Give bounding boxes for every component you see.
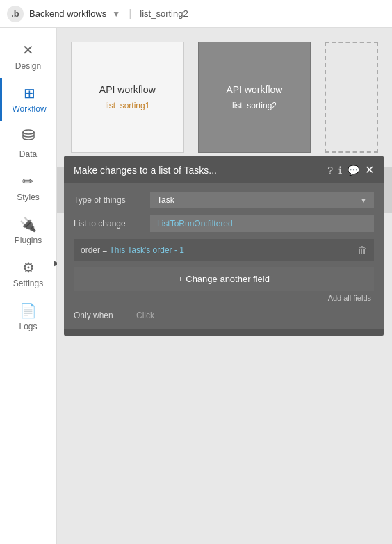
modal: Make changes to a list of Tasks... ? ℹ 💬… [64,156,384,336]
list-row: List to change ListToRunOn:filtered [74,215,374,232]
list-label: List to change [74,219,143,229]
data-icon [21,128,36,147]
modal-icons: ? ℹ 💬 ✕ [327,163,374,176]
workflow-card-dashed [325,42,378,153]
type-dropdown-arrow: ▼ [360,197,367,204]
workflow-icon: ⊞ [24,85,35,101]
only-when-label: Only when [74,311,129,320]
sidebar-label-plugins: Plugins [15,236,42,245]
field-row-content: order = This Task's order - 1 [81,245,184,255]
content-area: API workflow list_sorting1 API workflow … [57,28,392,544]
separator: | [129,8,131,20]
type-label: Type of things [74,195,143,205]
sidebar-item-plugins[interactable]: 🔌 Plugins [0,209,56,252]
sidebar-item-design[interactable]: ✕ Design [0,35,56,78]
sidebar-item-data[interactable]: Data [0,121,56,166]
modal-body: Type of things Task ▼ List to change Lis… [64,183,384,329]
type-row: Type of things Task ▼ [74,192,374,208]
comment-icon[interactable]: 💬 [348,165,359,176]
sidebar-item-styles[interactable]: ✏ Styles [0,166,56,209]
settings-icon: ⚙ [22,259,35,276]
app-dropdown[interactable]: ▼ [112,9,120,19]
only-when-input[interactable]: Click [136,311,154,320]
workflow-card-1-title: API workflow [99,84,156,95]
svg-point-0 [23,130,34,134]
sidebar-label-styles: Styles [17,192,40,202]
field-name: order [81,245,100,255]
sidebar-item-workflow[interactable]: ⊞ Workflow [0,78,56,121]
close-icon[interactable]: ✕ [365,163,374,176]
field-operator: = [102,245,109,255]
type-value-text: Task [157,195,174,205]
workflow-card-1-subtitle: list_sorting1 [105,101,149,110]
plugins-icon: 🔌 [19,216,37,233]
trash-icon[interactable]: 🗑 [357,245,367,256]
field-assignment-row: order = This Task's order - 1 🗑 [74,239,374,261]
sidebar-item-logs[interactable]: 📄 Logs [0,295,56,338]
logs-icon: 📄 [19,302,37,319]
sidebar-label-design: Design [15,61,41,71]
workflow-cards-area: API workflow list_sorting1 API workflow … [57,28,392,167]
sidebar-label-workflow: Workflow [12,104,46,114]
only-when-row: Only when Click [74,311,374,320]
modal-title: Make changes to a list of Tasks... [74,165,217,176]
workflow-card-2[interactable]: API workflow list_sorting2 [198,42,311,153]
workflow-card-1[interactable]: API workflow list_sorting1 [71,42,184,153]
field-value: This Task's order - 1 [109,245,183,255]
modal-header: Make changes to a list of Tasks... ? ℹ 💬… [64,156,384,183]
styles-icon: ✏ [22,173,34,190]
app-title: Backend workflows [29,8,106,19]
main-layout: ✕ Design ⊞ Workflow Data ✏ Styles 🔌 Plug… [0,28,392,544]
list-value[interactable]: ListToRunOn:filtered [150,215,374,232]
sidebar-label-logs: Logs [19,322,37,331]
add-all-fields[interactable]: Add all fields [74,291,374,305]
add-field-button[interactable]: + Change another field [74,267,374,291]
sidebar: ✕ Design ⊞ Workflow Data ✏ Styles 🔌 Plug… [0,28,57,544]
sidebar-item-settings[interactable]: ⚙ Settings ▶ [0,252,56,295]
design-icon: ✕ [22,42,34,58]
info-icon[interactable]: ℹ [338,165,342,176]
workflow-name: list_sorting2 [140,8,188,19]
top-bar: .b Backend workflows ▼ | list_sorting2 [0,0,392,28]
sidebar-label-settings: Settings [13,279,43,288]
help-icon[interactable]: ? [327,165,333,176]
type-value-dropdown[interactable]: Task ▼ [150,192,374,208]
workflow-card-2-subtitle: list_sorting2 [232,101,277,110]
workflow-card-2-title: API workflow [227,84,283,95]
app-logo: .b [7,6,24,22]
sidebar-label-data: Data [19,149,37,159]
